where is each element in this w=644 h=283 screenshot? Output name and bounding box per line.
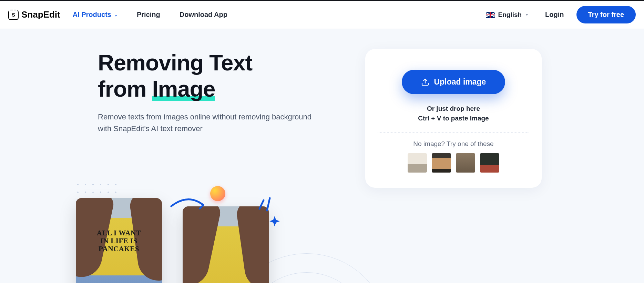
upload-button-label: Upload image: [434, 77, 486, 87]
hero-subtitle: Remove texts from images online without …: [98, 111, 318, 135]
nav-ai-products[interactable]: AI Products ⌄: [73, 11, 117, 19]
caret-down-icon: ▼: [525, 13, 529, 17]
chevron-down-icon: ⌄: [114, 12, 117, 17]
sample-thumb-3[interactable]: [456, 153, 475, 173]
nav-pricing[interactable]: Pricing: [137, 11, 160, 19]
drop-hint: Or just drop here Ctrl + V to paste imag…: [378, 104, 529, 123]
drop-line1: Or just drop here: [378, 104, 529, 114]
header-actions: Login Try for free: [545, 6, 636, 23]
nav-pricing-label: Pricing: [137, 11, 160, 19]
upload-card: Upload image Or just drop here Ctrl + V …: [365, 49, 542, 188]
samples-label: No image? Try one of these: [378, 140, 529, 148]
heart-eyes-emoji-icon: [210, 186, 225, 201]
sample-thumb-1[interactable]: [408, 153, 427, 173]
drop-line2: Ctrl + V to paste image: [378, 114, 529, 123]
try-free-button[interactable]: Try for free: [576, 6, 636, 23]
brand-name: SnapEdit: [21, 9, 60, 20]
demo-before-image: ALL I WANT IN LIFE IS PANCAKES: [76, 198, 162, 283]
logo-icon: S: [8, 10, 19, 20]
demo-illustration: ALL I WANT IN LIFE IS PANCAKES: [76, 181, 269, 283]
svg-line-0: [259, 200, 264, 209]
login-link[interactable]: Login: [545, 11, 564, 19]
title-line2-prefix: from: [98, 76, 152, 101]
login-label: Login: [545, 11, 564, 18]
arrow-icon: [169, 195, 207, 212]
main-nav: AI Products ⌄ Pricing Download App: [73, 11, 486, 19]
language-selector[interactable]: English ▼: [486, 11, 529, 19]
nav-ai-products-label: AI Products: [73, 11, 111, 19]
demo-after-image: [183, 206, 269, 283]
upload-icon: [421, 78, 429, 86]
sample-thumb-4[interactable]: [480, 153, 499, 173]
divider: [378, 132, 529, 133]
page-title: Removing Text from Image: [98, 50, 358, 102]
header: S SnapEdit AI Products ⌄ Pricing Downloa…: [0, 0, 644, 29]
flag-icon: [486, 12, 495, 18]
demo-shirt-text: ALL I WANT IN LIFE IS PANCAKES: [93, 229, 145, 253]
sparkle-icon: [269, 215, 280, 227]
main-content: Removing Text from Image Remove texts fr…: [0, 29, 644, 283]
try-free-label: Try for free: [588, 11, 624, 18]
title-highlight: Image: [152, 76, 215, 102]
hero-section: Removing Text from Image Remove texts fr…: [0, 50, 358, 283]
title-line1: Removing Text: [98, 50, 252, 75]
language-label: English: [498, 11, 522, 19]
sample-thumb-2[interactable]: [432, 153, 451, 173]
svg-line-1: [267, 198, 270, 211]
sample-thumbnails: [378, 153, 529, 173]
nav-download-app-label: Download App: [180, 11, 227, 19]
upload-image-button[interactable]: Upload image: [402, 70, 505, 94]
nav-download-app[interactable]: Download App: [180, 11, 227, 19]
brand-logo[interactable]: S SnapEdit: [8, 9, 60, 20]
spark-lines-icon: [257, 193, 274, 212]
